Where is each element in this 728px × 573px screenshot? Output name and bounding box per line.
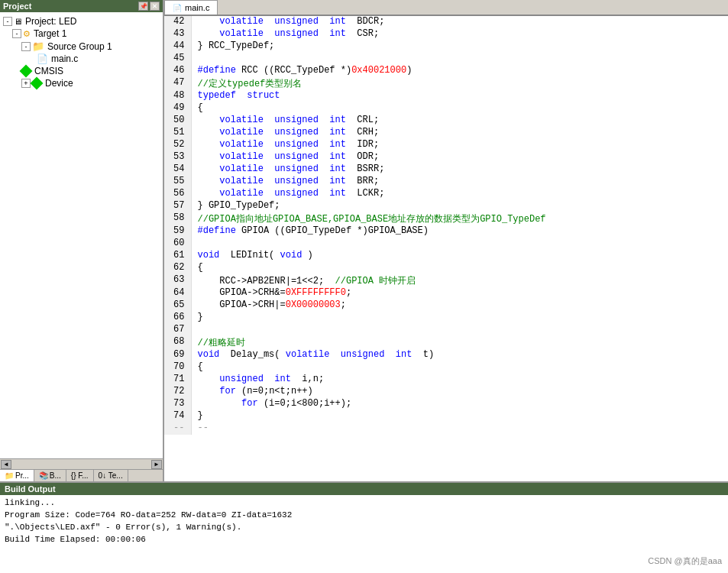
table-row: 58 //GPIOA指向地址GPIOA_BASE,GPIOA_BASE地址存放的…: [164, 212, 728, 225]
tab-templates-label: 0↓ Te...: [99, 471, 123, 480]
table-row: 55 volatile unsigned int BRR;: [164, 176, 728, 188]
table-row: 56 volatile unsigned int LCKR;: [164, 188, 728, 200]
tab-project[interactable]: 📁 Pr...: [0, 470, 34, 481]
expand-target-1[interactable]: -: [12, 29, 21, 38]
table-row: 49 {: [164, 102, 728, 115]
project-panel: Project 📌 ✕ - 🖥 Project: LED: [0, 0, 164, 481]
table-row: 45: [164, 53, 728, 65]
expand-source-group-1[interactable]: -: [21, 42, 31, 51]
code-tab-main-c[interactable]: 📄 main.c: [164, 0, 218, 15]
table-row: 72 for (n=0;n<t;n++): [164, 386, 728, 398]
tree-item-source-group-1[interactable]: - 📁 Source Group 1: [0, 40, 163, 53]
code-tab-bar: 📄 main.c: [164, 0, 728, 16]
tree-label-project-led: Project: LED: [25, 16, 76, 27]
watermark: CSDN @真的是aaa: [648, 555, 722, 567]
table-row: 71 unsigned int i,n;: [164, 374, 728, 386]
tree-label-device: Device: [45, 78, 73, 89]
tab-functions-label: {} F...: [71, 471, 89, 480]
table-row: 67: [164, 324, 728, 336]
table-row: 68 //粗略延时: [164, 336, 728, 349]
build-output-panel: Build Output linking... Program Size: Co…: [0, 481, 728, 573]
code-area[interactable]: 42 volatile unsigned int BDCR; 43 volati…: [164, 16, 728, 481]
table-row: 60: [164, 238, 728, 250]
build-output-title: Build Output: [0, 483, 728, 495]
tree-item-project-led[interactable]: - 🖥 Project: LED: [0, 15, 163, 28]
table-row: 62 {: [164, 262, 728, 274]
tab-functions[interactable]: {} F...: [66, 470, 94, 481]
table-row: 44 } RCC_TypeDef;: [164, 40, 728, 53]
table-row: 59 #define GPIOA ((GPIO_TypeDef *)GPIOA_…: [164, 225, 728, 238]
table-row: 61 void LEDInit( void ): [164, 250, 728, 262]
build-line-2: Program Size: Code=764 RO-data=252 RW-da…: [5, 509, 723, 521]
tab-books[interactable]: 📚 B...: [34, 470, 66, 481]
tab-file-icon: 📄: [173, 4, 182, 12]
tree-item-cmsis[interactable]: CMSIS: [0, 65, 163, 77]
build-output-content: linking... Program Size: Code=764 RO-dat…: [0, 495, 728, 573]
table-row: 52 volatile unsigned int IDR;: [164, 139, 728, 151]
table-row: 47 //定义typedef类型别名: [164, 77, 728, 90]
table-row: 57 } GPIO_TypeDef;: [164, 200, 728, 212]
table-row: 74 }: [164, 410, 728, 422]
project-panel-titlebar: Project 📌 ✕: [0, 0, 163, 12]
table-row: 46 #define RCC ((RCC_TypeDef *)0x4002100…: [164, 65, 728, 77]
table-row: 64 GPIOA->CRH&=0XFFFFFFFF0;: [164, 287, 728, 299]
code-editor-panel: 📄 main.c 42 volatile unsigned int BDCR; …: [164, 0, 728, 481]
code-tab-label: main.c: [185, 3, 209, 12]
table-row: -- --: [164, 422, 728, 435]
tree-label-source-group-1: Source Group 1: [47, 41, 112, 52]
table-row: 73 for (i=0;i<800;i++);: [164, 398, 728, 410]
table-row: 48 typedef struct: [164, 90, 728, 102]
table-row: 63 RCC->APB2ENR|=1<<2; //GPIOA 时钟开启: [164, 274, 728, 287]
tab-project-label: Pr...: [15, 471, 29, 480]
table-row: 43 volatile unsigned int CSR;: [164, 28, 728, 40]
build-line-4: Build Time Elapsed: 00:00:06: [5, 533, 723, 545]
build-line-1: linking...: [5, 497, 723, 509]
tab-project-icon: 📁: [5, 471, 14, 480]
table-row: 50 volatile unsigned int CRL;: [164, 115, 728, 127]
code-table: 42 volatile unsigned int BDCR; 43 volati…: [164, 16, 728, 435]
tab-books-icon: 📚: [39, 471, 48, 480]
project-tree: - 🖥 Project: LED - ⚙ Target 1 - 📁 Source: [0, 12, 163, 458]
table-row: 42 volatile unsigned int BDCR;: [164, 16, 728, 28]
build-line-3: ".\Objects\LED.axf" - 0 Error(s), 1 Warn…: [5, 521, 723, 533]
tree-label-main-c: main.c: [51, 53, 78, 64]
tree-item-main-c[interactable]: 📄 main.c: [0, 53, 163, 65]
bottom-tabs: 📁 Pr... 📚 B... {} F... 0↓ Te...: [0, 469, 163, 481]
table-row: 70 {: [164, 361, 728, 374]
expand-device[interactable]: +: [21, 79, 31, 88]
table-row: 54 volatile unsigned int BSRR;: [164, 163, 728, 176]
panel-close-button[interactable]: ✕: [150, 2, 160, 11]
table-row: 51 volatile unsigned int CRH;: [164, 127, 728, 139]
tree-label-target-1: Target 1: [34, 28, 66, 39]
tab-templates[interactable]: 0↓ Te...: [94, 470, 128, 481]
table-row: 66 }: [164, 312, 728, 324]
tree-label-cmsis: CMSIS: [34, 66, 63, 76]
expand-project-led[interactable]: -: [3, 17, 12, 26]
panel-pin-button[interactable]: 📌: [138, 2, 148, 11]
tab-books-label: B...: [50, 471, 61, 480]
project-tree-hscrollbar[interactable]: ◀ ▶: [0, 458, 163, 469]
table-row: 53 volatile unsigned int ODR;: [164, 151, 728, 163]
tree-item-device[interactable]: + Device: [0, 77, 163, 89]
table-row: 69 void Delay_ms( volatile unsigned int …: [164, 349, 728, 361]
project-panel-title: Project: [3, 2, 31, 11]
table-row: 65 GPIOA->CRH|=0X00000003;: [164, 299, 728, 312]
tree-item-target-1[interactable]: - ⚙ Target 1: [0, 28, 163, 40]
